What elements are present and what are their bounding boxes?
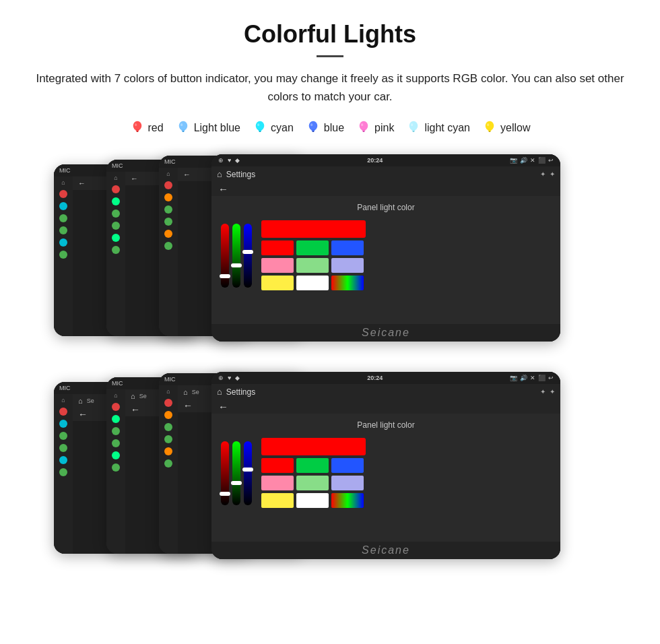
- color-label-lightcyan: light cyan: [424, 122, 470, 134]
- back-arrow-main-bottom[interactable]: ←: [218, 401, 228, 412]
- panel-light-label-bottom: Panel light color: [221, 420, 551, 430]
- side-panel-1: ⌂: [54, 176, 73, 336]
- swatch-r2c2-top[interactable]: [296, 258, 329, 273]
- color-label-blue: blue: [324, 122, 344, 134]
- color-pill-lightcyan: light cyan: [406, 121, 470, 135]
- swatch-b-r2c2[interactable]: [296, 476, 329, 490]
- swatch-r1c2-top[interactable]: [296, 240, 329, 255]
- side-panel-b2: ⌂: [106, 389, 125, 554]
- bulb-icon-lightcyan: [406, 121, 421, 135]
- svg-point-27: [487, 124, 489, 127]
- back-arrow-2: ←: [131, 174, 138, 183]
- top-device-section: MICRST ⌂: [27, 154, 633, 353]
- side-panel-3: ⌂: [159, 168, 178, 336]
- page-container: Colorful Lights Integrated with 7 colors…: [0, 0, 660, 591]
- main-screen-main-top: ⌂ Settings ✦✦ ←: [211, 166, 560, 324]
- svg-rect-14: [312, 131, 314, 133]
- bulb-icon-blue: [306, 121, 321, 135]
- color-pill-yellow: yellow: [482, 121, 530, 135]
- svg-rect-6: [182, 131, 184, 133]
- svg-rect-10: [259, 131, 261, 133]
- svg-point-12: [309, 121, 318, 131]
- svg-point-23: [411, 124, 413, 127]
- bottom-device-stack: MICRST ⌂: [54, 372, 606, 564]
- swatch-r2c3-top[interactable]: [331, 258, 364, 273]
- color-pill-cyan: cyan: [253, 121, 294, 135]
- swatch-b-r3c3[interactable]: [331, 493, 364, 508]
- status-bar-main-top: ⊕♥◆ 20:24 📷🔊✕⬛↩: [211, 154, 560, 166]
- bulb-icon-yellow: [482, 121, 497, 135]
- seicane-watermark-top: Seicane: [211, 324, 560, 342]
- swatch-r2c1-top[interactable]: [261, 258, 294, 273]
- bottom-device-section: MICRST ⌂: [27, 372, 633, 571]
- side-panel-2: ⌂: [106, 172, 125, 336]
- swatch-b-r1c3[interactable]: [331, 458, 364, 473]
- svg-rect-2: [136, 131, 138, 133]
- color-pill-red: red: [130, 121, 164, 135]
- svg-point-7: [180, 124, 183, 127]
- panel-light-label-top: Panel light color: [221, 203, 551, 212]
- svg-point-19: [361, 124, 363, 127]
- color-label-pink: pink: [374, 122, 394, 134]
- swatch-r3c1-top[interactable]: [261, 276, 294, 290]
- time-display-bottom: 20:24: [367, 375, 383, 381]
- color-label-cyan: cyan: [271, 122, 294, 134]
- swatch-b-r2c3[interactable]: [331, 476, 364, 490]
- svg-point-20: [409, 121, 418, 131]
- swatch-b-r3c1[interactable]: [261, 493, 294, 508]
- side-panel-b1: ⌂: [54, 394, 73, 554]
- svg-point-8: [256, 121, 265, 131]
- device-card-main-bottom: ⊕♥◆ 20:24 📷🔊✕⬛↩ ⌂ Settings: [211, 372, 560, 559]
- color-pills: red Light blue cyan: [27, 121, 633, 135]
- swatch-b-r2c1[interactable]: [261, 476, 294, 490]
- bulb-icon-lightblue: [176, 121, 191, 135]
- bulb-icon-cyan: [253, 121, 267, 135]
- settings-label-top: Settings: [226, 170, 255, 179]
- status-bar-main-bottom: ⊕♥◆ 20:24 📷🔊✕⬛↩: [211, 372, 560, 384]
- svg-point-4: [178, 121, 187, 131]
- large-swatch-bottom[interactable]: [261, 438, 366, 455]
- color-label-red: red: [148, 122, 164, 134]
- color-pill-pink: pink: [356, 121, 394, 135]
- side-panel-b3: ⌂: [159, 385, 178, 554]
- swatch-r1c1-top[interactable]: [261, 240, 294, 255]
- device-card-main-top: ⊕♥◆ 20:24 📷🔊✕⬛↩ ⌂ Settings: [211, 154, 560, 342]
- svg-point-24: [486, 121, 494, 131]
- svg-point-15: [310, 124, 312, 127]
- svg-rect-22: [413, 131, 415, 133]
- bulb-icon-red: [130, 121, 145, 135]
- seicane-watermark-bottom: Seicane: [211, 542, 560, 559]
- back-arrow-main-top[interactable]: ←: [218, 183, 228, 195]
- main-screen-main-bottom: ⌂ Settings ✦✦ ←: [211, 384, 560, 542]
- title-divider: [317, 55, 343, 57]
- swatch-b-r1c1[interactable]: [261, 458, 294, 473]
- svg-point-3: [135, 124, 137, 127]
- svg-point-16: [360, 121, 368, 131]
- swatch-r1c3-top[interactable]: [331, 240, 364, 255]
- swatch-r3c3-top[interactable]: [331, 276, 364, 290]
- color-pill-lightblue: Light blue: [176, 121, 240, 135]
- time-display-top: 20:24: [367, 157, 383, 164]
- swatch-b-r3c2[interactable]: [296, 493, 329, 508]
- svg-point-11: [257, 124, 259, 127]
- large-swatch-top[interactable]: [261, 220, 366, 238]
- page-title: Colorful Lights: [27, 20, 633, 49]
- page-subtitle: Integrated with 7 colors of button indic…: [27, 69, 633, 106]
- svg-point-0: [133, 121, 141, 131]
- back-arrow-3: ←: [183, 170, 191, 179]
- back-arrow-1: ←: [78, 179, 86, 187]
- svg-rect-26: [488, 131, 490, 133]
- bulb-icon-pink: [356, 121, 371, 135]
- color-label-lightblue: Light blue: [194, 122, 240, 134]
- settings-label-bottom: Settings: [226, 387, 255, 397]
- color-label-yellow: yellow: [500, 122, 530, 134]
- swatch-r3c2-top[interactable]: [296, 276, 329, 290]
- top-device-stack: MICRST ⌂: [54, 154, 606, 346]
- svg-rect-18: [362, 131, 364, 133]
- swatch-b-r1c2[interactable]: [296, 458, 329, 473]
- color-pill-blue: blue: [306, 121, 344, 135]
